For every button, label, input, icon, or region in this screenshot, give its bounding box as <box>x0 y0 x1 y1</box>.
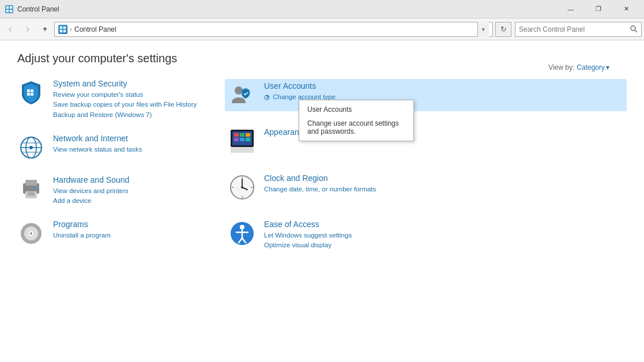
minimize-button[interactable]: — <box>558 0 584 18</box>
left-panel: System and Security Review your computer… <box>17 79 202 267</box>
svg-rect-37 <box>231 147 254 153</box>
window-title: Control Panel <box>17 5 558 13</box>
clock-icon <box>228 174 256 201</box>
programs-uninstall-link[interactable]: Uninstall a program <box>53 231 111 240</box>
svg-rect-3 <box>6 10 9 12</box>
svg-point-10 <box>631 26 635 31</box>
address-bar: › Control Panel ▾ ↻ <box>0 18 644 40</box>
appearance-icon <box>228 127 256 155</box>
title-bar-icon <box>5 5 14 14</box>
search-input[interactable] <box>515 25 626 33</box>
category-item-clock: Clock and Region Change date, time, or n… <box>225 171 627 203</box>
network-content: Network and Internet View network status… <box>53 134 142 154</box>
svg-rect-39 <box>240 133 244 137</box>
user-accounts-title[interactable]: User Accounts <box>264 81 336 90</box>
category-item-programs: Programs Uninstall a program <box>17 220 202 247</box>
close-button[interactable]: ✕ <box>613 0 639 18</box>
clock-content: Clock and Region Change date, time, or n… <box>264 174 376 194</box>
page-heading: Adjust your computer's settings <box>17 52 627 65</box>
restore-button[interactable]: ❐ <box>585 0 612 18</box>
ease-icon <box>228 220 256 247</box>
ease-title[interactable]: Ease of Access <box>264 220 352 229</box>
svg-rect-9 <box>63 30 66 32</box>
ease-suggest-link[interactable]: Let Windows suggest settings <box>264 231 352 240</box>
clock-date-link[interactable]: Change date, time, or number formats <box>264 184 376 194</box>
search-box <box>515 22 642 37</box>
category-item-network: Network and Internet View network status… <box>17 134 202 161</box>
hardware-title[interactable]: Hardware and Sound <box>53 175 129 184</box>
hardware-content: Hardware and Sound View devices and prin… <box>53 175 129 206</box>
system-security-title[interactable]: System and Security <box>53 79 197 88</box>
svg-rect-26 <box>28 194 35 195</box>
refresh-button[interactable]: ↻ <box>495 22 511 37</box>
svg-rect-12 <box>27 89 30 92</box>
svg-line-11 <box>635 30 637 32</box>
svg-rect-14 <box>27 93 30 96</box>
forward-button[interactable] <box>20 21 36 37</box>
svg-rect-43 <box>246 138 250 141</box>
view-by-arrow: ▾ <box>606 63 609 71</box>
svg-rect-41 <box>234 138 239 141</box>
title-bar: Control Panel — ❐ ✕ <box>0 0 644 18</box>
svg-rect-13 <box>31 89 33 92</box>
programs-icon <box>17 220 45 247</box>
dropdown-item-user-accounts[interactable]: User Accounts <box>299 103 413 116</box>
network-icon <box>17 134 45 161</box>
svg-rect-42 <box>240 138 244 141</box>
hardware-icon <box>17 175 45 203</box>
category-item-system: System and Security Review your computer… <box>17 79 202 120</box>
panels-container: System and Security Review your computer… <box>17 79 627 267</box>
svg-rect-7 <box>63 27 66 29</box>
category-item-appearance: Appearance and Personalization <box>225 125 627 157</box>
network-title[interactable]: Network and Internet <box>53 134 142 143</box>
svg-rect-40 <box>246 133 250 137</box>
svg-rect-15 <box>31 93 33 96</box>
svg-rect-8 <box>60 30 62 32</box>
system-backup-link[interactable]: Save backup copies of your files with Fi… <box>53 100 197 110</box>
svg-rect-1 <box>6 6 9 9</box>
system-security-icon <box>17 79 45 107</box>
svg-rect-6 <box>60 27 62 29</box>
svg-rect-23 <box>25 180 37 186</box>
svg-point-21 <box>29 146 33 149</box>
user-accounts-dropdown: User Accounts Change user account settin… <box>299 100 414 141</box>
address-path[interactable]: › Control Panel ▾ <box>54 22 493 37</box>
breadcrumb-arrow: › <box>70 25 72 33</box>
category-item-ease: Ease of Access Let Windows suggest setti… <box>225 217 627 253</box>
svg-point-31 <box>30 232 32 235</box>
window-controls: — ❐ ✕ <box>558 0 639 18</box>
view-by-label: View by: <box>548 63 574 71</box>
programs-title[interactable]: Programs <box>53 220 111 229</box>
svg-rect-25 <box>28 193 35 194</box>
hardware-add-link[interactable]: Add a device <box>53 196 129 206</box>
user-accounts-icon <box>228 81 256 109</box>
programs-content: Programs Uninstall a program <box>53 220 111 240</box>
main-content: Adjust your computer's settings View by:… <box>0 40 644 362</box>
network-status-link[interactable]: View network status and tasks <box>53 145 142 154</box>
path-icon <box>58 25 67 34</box>
view-by-category: Category <box>577 63 605 71</box>
up-button[interactable] <box>37 21 53 37</box>
svg-point-27 <box>35 187 37 189</box>
view-by-value[interactable]: Category ▾ <box>577 63 609 71</box>
category-item-user: User Accounts Change account type User A… <box>225 79 627 111</box>
user-accounts-content: User Accounts Change account type User A… <box>264 81 336 102</box>
breadcrumb-label: Control Panel <box>74 25 116 33</box>
dropdown-item-change-settings[interactable]: Change user account settings and passwor… <box>299 116 413 138</box>
view-by-container: View by: Category ▾ <box>548 63 609 71</box>
category-item-hardware: Hardware and Sound View devices and prin… <box>17 175 202 206</box>
search-button[interactable] <box>626 22 641 36</box>
svg-point-48 <box>241 186 243 188</box>
right-panel: User Accounts Change account type User A… <box>225 79 627 267</box>
back-button[interactable] <box>2 21 18 37</box>
ease-optimize-link[interactable]: Optimize visual display <box>264 240 352 250</box>
hardware-devices-link[interactable]: View devices and printers <box>53 186 129 196</box>
address-dropdown-button[interactable]: ▾ <box>477 22 489 37</box>
system-review-link[interactable]: Review your computer's status <box>53 90 197 100</box>
svg-rect-4 <box>10 10 12 12</box>
svg-rect-2 <box>10 6 12 9</box>
system-security-content: System and Security Review your computer… <box>53 79 197 120</box>
ease-content: Ease of Access Let Windows suggest setti… <box>264 220 352 251</box>
system-restore-link[interactable]: Backup and Restore (Windows 7) <box>53 110 197 120</box>
clock-title[interactable]: Clock and Region <box>264 174 376 183</box>
